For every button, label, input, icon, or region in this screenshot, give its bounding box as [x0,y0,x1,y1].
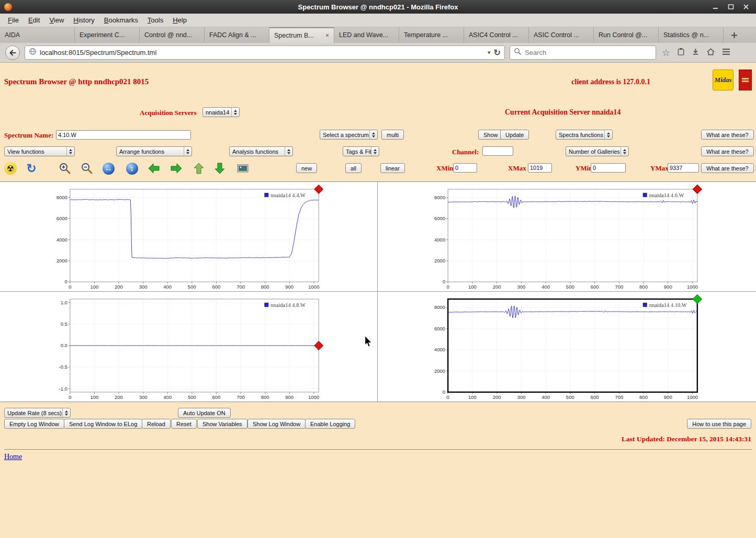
chart-panel-1[interactable]: 0100200300400500600700800900100002000400… [0,182,377,291]
menu-help[interactable]: Help [168,15,191,26]
refresh-icon[interactable]: ↻ [25,162,38,175]
all-button[interactable]: all [345,163,362,173]
tab-fadc-align[interactable]: FADC Align & ... [205,27,269,43]
spectrum-grid: 0100200300400500600700800900100002000400… [0,181,756,402]
midas-logo[interactable]: Midas [713,70,734,90]
acquisition-server-select[interactable]: nnaida14 [202,107,240,117]
maximize-button[interactable] [727,3,735,10]
reload-icon[interactable]: ↻ [494,48,501,58]
bookmark-star-icon[interactable]: ☆ [662,47,670,59]
chart-panel-3[interactable]: 01002003004005006007008009001000-1.0-0.5… [0,292,377,402]
spectra-functions-select[interactable]: Spectra functions [556,130,613,140]
menu-view[interactable]: View [44,15,69,26]
menu-bookmarks[interactable]: Bookmarks [99,15,143,26]
update-rate-select[interactable]: Update Rate (8 secs) [4,408,71,418]
bookmarks-icon[interactable] [677,48,685,58]
tab-close-icon[interactable]: × [325,32,329,39]
move-down-icon[interactable] [213,162,227,175]
menu-icon[interactable] [722,48,730,58]
tab-run-control[interactable]: Run Control @... [594,27,659,43]
multi-button[interactable]: multi [381,130,404,140]
menu-file[interactable]: File [3,15,24,26]
svg-text:200: 200 [493,394,501,400]
home-icon[interactable] [706,48,715,58]
chart-panel-2[interactable]: 0100200300400500600700800900100002000400… [378,182,756,291]
channel-input[interactable] [482,146,513,156]
show-log-window-button[interactable]: Show Log Window [247,419,306,429]
chart-panel-4[interactable]: 0100200300400500600700800900100002000400… [378,292,756,402]
radiation-icon[interactable]: ☢ [4,162,17,175]
what-are-these-button-1[interactable]: What are these? [701,130,754,140]
empty-log-button[interactable]: Empty Log Window [4,419,64,429]
svg-text:6000: 6000 [434,215,445,221]
xmax-input[interactable] [528,163,552,173]
move-right-icon[interactable] [170,162,183,175]
tab-statistics[interactable]: Statistics @ n... [659,27,724,43]
spectrum-chart-3[interactable]: 01002003004005006007008009001000-1.0-0.5… [0,292,377,402]
ymin-input[interactable] [591,163,626,173]
back-button[interactable] [5,45,20,60]
view-functions-select[interactable]: View functions [4,146,75,156]
svg-text:300: 300 [517,284,525,290]
menu-edit[interactable]: Edit [24,15,44,26]
arrange-functions-select[interactable]: Arrange functions [116,146,192,156]
xmin-input[interactable] [453,163,477,173]
svg-text:400: 400 [163,394,172,400]
auto-update-button[interactable]: Auto Update ON [178,408,231,418]
menu-history[interactable]: History [69,15,99,26]
new-button[interactable]: new [296,163,317,173]
new-tab-button[interactable] [727,27,741,43]
show-variables-button[interactable]: Show Variables [197,419,247,429]
search-input[interactable] [525,49,652,56]
number-of-galleries-select[interactable]: Number of Galleries [566,146,629,156]
move-left-icon[interactable] [147,162,161,175]
tab-control[interactable]: Control @ nnd... [140,27,205,43]
what-are-these-button-3[interactable]: What are these? [701,163,754,173]
analysis-functions-select[interactable]: Analysis functions [229,146,293,156]
svg-text:900: 900 [664,284,672,290]
combo-arrows-icon [604,130,612,139]
spectrum-chart-1[interactable]: 0100200300400500600700800900100002000400… [0,182,377,291]
search-bar[interactable] [510,45,656,60]
tab-temperature[interactable]: Temperature ... [399,27,464,43]
spectrum-chart-2[interactable]: 0100200300400500600700800900100002000400… [378,182,756,291]
ymax-label: YMax [650,164,669,173]
tab-asic-control[interactable]: ASIC Control ... [529,27,594,43]
tab-aida[interactable]: AIDA [0,27,75,43]
ymax-input[interactable] [668,163,699,173]
download-icon[interactable] [692,48,699,58]
expand-horizontal-icon[interactable]: ↔ [101,162,115,175]
snapshot-image-icon[interactable] [236,162,250,175]
tab-experiment[interactable]: Experiment C... [75,27,140,43]
what-are-these-button-2[interactable]: What are these? [701,146,754,156]
tags-fits-select[interactable]: Tags & Fits [343,146,379,156]
reload-button[interactable]: Reload [142,419,171,429]
close-button[interactable] [742,3,750,10]
svg-text:0: 0 [447,284,449,290]
show-button[interactable]: Show [478,130,503,140]
url-text[interactable]: localhost:8015/Spectrum/Spectrum.tml [40,49,484,56]
reset-button[interactable]: Reset [171,419,197,429]
minimize-button[interactable] [712,3,719,10]
tab-led-waveform[interactable]: LED and Wave... [334,27,399,43]
zoom-in-icon[interactable] [58,162,72,175]
linear-button[interactable]: linear [380,163,405,173]
select-spectrum-select[interactable]: Select a spectrum [320,130,378,140]
zoom-out-icon[interactable] [80,162,94,175]
spectrum-name-input[interactable] [56,130,191,140]
lab-logo[interactable] [739,70,752,90]
how-to-button[interactable]: How to use this page [687,419,751,429]
url-dropdown-icon[interactable]: ▾ [488,49,491,56]
svg-text:500: 500 [566,284,574,290]
tab-spectrum-browser[interactable]: Spectrum B... × [269,27,334,43]
spectrum-chart-4[interactable]: 0100200300400500600700800900100002000400… [378,292,756,402]
enable-logging-button[interactable]: Enable Logging [305,419,355,429]
update-button[interactable]: Update [500,130,529,140]
home-link[interactable]: Home [4,453,22,461]
menu-tools[interactable]: Tools [143,15,168,26]
send-log-button[interactable]: Send Log Window to ELog [64,419,142,429]
move-up-icon[interactable] [192,162,206,175]
url-bar[interactable]: localhost:8015/Spectrum/Spectrum.tml ▾ ↻ [25,45,505,60]
tab-asic4-control[interactable]: ASIC4 Control ... [464,27,529,43]
expand-vertical-icon[interactable]: ↕ [125,162,139,175]
